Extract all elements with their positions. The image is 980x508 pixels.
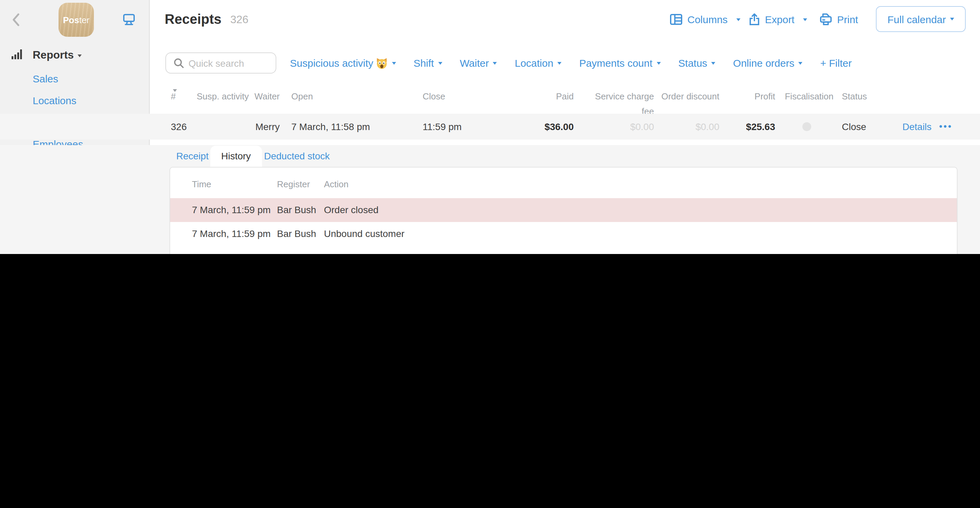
tab-deducted-stock[interactable]: Deducted stock bbox=[264, 145, 330, 167]
print-icon bbox=[819, 13, 832, 26]
chevron-down-icon bbox=[798, 62, 802, 64]
history-col-register: Register bbox=[277, 177, 310, 192]
columns-button[interactable]: Columns bbox=[670, 0, 740, 39]
receipt-profit: $25.63 bbox=[717, 114, 775, 140]
history-row: 7 March, 11:59 pm Bar Bush Order closed bbox=[170, 198, 957, 222]
filter-online-orders[interactable]: Online orders bbox=[733, 57, 802, 69]
chevron-down-icon bbox=[656, 62, 660, 64]
col-status[interactable]: Status bbox=[842, 89, 867, 104]
full-calendar-button[interactable]: Full calendar bbox=[876, 6, 966, 32]
sidebar-section-reports[interactable]: Reports bbox=[33, 49, 82, 61]
filter-shift[interactable]: Shift bbox=[414, 57, 442, 69]
col-open[interactable]: Open bbox=[291, 89, 313, 104]
filter-label: Status bbox=[678, 57, 707, 69]
export-button[interactable]: Export bbox=[749, 0, 808, 39]
details-link[interactable]: Details bbox=[902, 114, 932, 140]
app-window: Poster Reports Sales Locations Customers… bbox=[0, 0, 980, 254]
sidebar-item-sales[interactable]: Sales bbox=[33, 69, 58, 89]
receipt-discount: $0.00 bbox=[655, 114, 719, 140]
filter-waiter[interactable]: Waiter bbox=[460, 57, 497, 69]
columns-label: Columns bbox=[687, 14, 727, 25]
more-actions-button[interactable]: ••• bbox=[939, 114, 953, 140]
col-fiscalisation[interactable]: Fiscalisation bbox=[785, 89, 834, 104]
page-count-badge: 326 bbox=[231, 13, 248, 25]
fiscalisation-indicator bbox=[802, 122, 811, 131]
add-filter-label: + Filter bbox=[820, 57, 852, 69]
filter-bar: Suspicious activity Shift Waiter Locatio… bbox=[290, 53, 852, 73]
weary-cat-emoji bbox=[375, 57, 388, 69]
col-paid[interactable]: Paid bbox=[516, 89, 574, 104]
sort-caret-icon bbox=[173, 89, 177, 92]
col-close[interactable]: Close bbox=[423, 89, 445, 104]
chevron-down-icon bbox=[392, 62, 396, 64]
receipt-id: 326 bbox=[171, 114, 187, 140]
chevron-down-icon bbox=[78, 54, 82, 57]
chevron-down-icon bbox=[557, 62, 562, 64]
history-col-time: Time bbox=[192, 177, 211, 192]
export-label: Export bbox=[765, 14, 795, 25]
history-time: 7 March, 11:59 pm bbox=[192, 222, 270, 246]
filter-payments-count[interactable]: Payments count bbox=[579, 57, 660, 69]
filter-label: Online orders bbox=[733, 57, 794, 69]
tab-receipt[interactable]: Receipt bbox=[176, 145, 208, 167]
tab-history-active[interactable]: History bbox=[210, 146, 262, 167]
back-icon[interactable] bbox=[12, 13, 20, 27]
history-col-action: Action bbox=[324, 177, 348, 192]
filter-label: Suspicious activity bbox=[290, 57, 373, 69]
poster-logo[interactable]: Poster bbox=[59, 3, 94, 37]
history-time: 7 March, 11:59 pm bbox=[192, 198, 270, 222]
export-icon bbox=[749, 13, 760, 26]
history-register: Bar Bush bbox=[277, 246, 316, 254]
history-time: 7 March, 11:59 pm bbox=[192, 246, 270, 254]
reports-label: Reports bbox=[33, 49, 74, 61]
chevron-down-icon bbox=[803, 18, 808, 21]
receipt-waiter: Merry bbox=[229, 114, 280, 140]
page-title: Receipts bbox=[165, 11, 221, 27]
receipt-detail-panel: Receipt History Deducted stock Time Regi… bbox=[0, 145, 980, 254]
receipt-status: Close bbox=[842, 114, 866, 140]
filter-status[interactable]: Status bbox=[678, 57, 715, 69]
receipt-service-fee: $0.00 bbox=[586, 114, 654, 140]
history-register: Bar Bush bbox=[277, 222, 316, 246]
add-filter-button[interactable]: + Filter bbox=[820, 57, 852, 69]
receipt-close-time: 11:59 pm bbox=[423, 114, 462, 140]
chevron-down-icon bbox=[737, 18, 740, 21]
filter-suspicious-activity[interactable]: Suspicious activity bbox=[290, 57, 396, 69]
logo-text-light: ter bbox=[79, 14, 89, 25]
columns-icon bbox=[670, 14, 682, 25]
print-label: Print bbox=[837, 14, 858, 25]
history-register: Bar Bush bbox=[277, 198, 316, 222]
col-order-discount[interactable]: Order discount bbox=[655, 89, 719, 104]
register-terminal-icon[interactable] bbox=[123, 14, 135, 26]
col-profit[interactable]: Profit bbox=[717, 89, 775, 104]
col-waiter[interactable]: Waiter bbox=[229, 89, 280, 104]
logo-text-bold: Pos bbox=[63, 14, 79, 25]
receipt-open-time: 7 March, 11:58 pm bbox=[291, 114, 370, 140]
filter-label: Shift bbox=[414, 57, 434, 69]
table-header-row: # Susp. activity Waiter Open Close Paid … bbox=[0, 89, 980, 104]
filter-location[interactable]: Location bbox=[515, 57, 562, 69]
chevron-down-icon bbox=[438, 62, 442, 64]
history-row: 7 March, 11:59 pm Bar Bush Unbound custo… bbox=[170, 222, 957, 246]
chevron-down-icon bbox=[950, 18, 954, 21]
filter-label: Location bbox=[515, 57, 553, 69]
chevron-down-icon bbox=[711, 62, 715, 64]
receipt-row[interactable]: 326 Merry 7 March, 11:58 pm 11:59 pm $36… bbox=[0, 114, 980, 140]
receipt-paid: $36.00 bbox=[516, 114, 574, 140]
history-table: Time Register Action 7 March, 11:59 pm B… bbox=[169, 167, 958, 254]
print-button[interactable]: Print bbox=[819, 0, 858, 39]
filter-label: Waiter bbox=[460, 57, 489, 69]
filter-label: Payments count bbox=[579, 57, 652, 69]
history-row: 7 March, 11:59 pm Bar Bush Waiter change… bbox=[170, 246, 957, 254]
bar-chart-icon bbox=[11, 48, 23, 63]
page-header: Receipts 326 bbox=[165, 0, 248, 39]
chevron-down-icon bbox=[493, 62, 497, 64]
search-icon bbox=[173, 58, 185, 69]
full-calendar-label: Full calendar bbox=[888, 13, 946, 25]
